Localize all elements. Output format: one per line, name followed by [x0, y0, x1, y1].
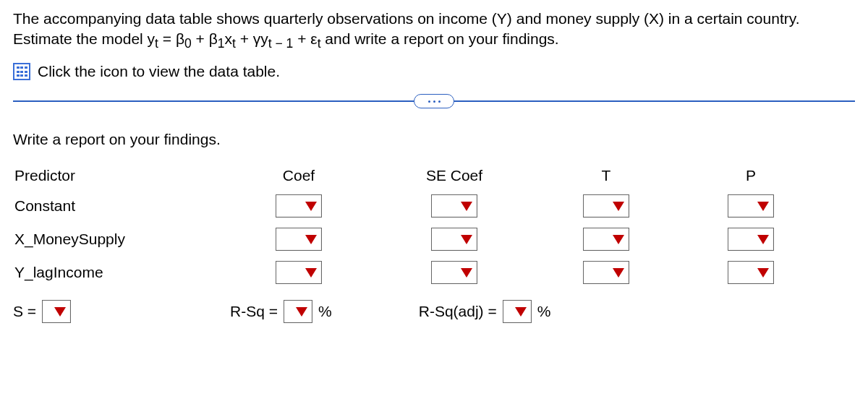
- data-table-link-text[interactable]: Click the icon to view the data table.: [38, 63, 280, 80]
- table-row: Constant: [13, 194, 855, 218]
- table-icon[interactable]: [13, 63, 30, 80]
- constant-secoef-dropdown[interactable]: [431, 194, 477, 218]
- lag-t-dropdown[interactable]: [583, 261, 629, 284]
- chevron-down-icon: [296, 307, 307, 317]
- problem-line2-pre: Estimate the model: [13, 30, 148, 47]
- problem-line2-post: and write a report on your findings.: [321, 30, 559, 47]
- constant-p-dropdown[interactable]: [728, 194, 774, 218]
- chevron-down-icon: [613, 202, 624, 211]
- chevron-down-icon: [757, 268, 769, 278]
- rsq-dropdown[interactable]: [284, 300, 312, 323]
- regression-table: Predictor Coef SE Coef T P Constant X_Mo…: [13, 167, 855, 284]
- table-header-row: Predictor Coef SE Coef T P: [13, 167, 855, 184]
- rsqadj-dropdown[interactable]: [503, 300, 532, 323]
- data-table-link-row: Click the icon to view the data table.: [13, 63, 855, 80]
- header-t: T: [534, 167, 678, 184]
- s-label: S =: [13, 303, 36, 320]
- rsqadj-label: R-Sq(adj) =: [419, 303, 497, 320]
- section-prompt: Write a report on your findings.: [13, 131, 855, 148]
- percent-label: %: [537, 303, 551, 320]
- problem-line1: The accompanying data table shows quarte…: [13, 10, 800, 27]
- header-secoef: SE Coef: [375, 167, 534, 184]
- constant-t-dropdown[interactable]: [583, 194, 629, 218]
- rsqadj-group: R-Sq(adj) = %: [419, 300, 551, 323]
- rsq-label: R-Sq =: [230, 303, 278, 320]
- rsq-group: R-Sq = %: [230, 300, 332, 323]
- header-p: P: [678, 167, 823, 184]
- chevron-down-icon: [461, 235, 472, 244]
- chevron-down-icon: [305, 202, 317, 211]
- money-t-dropdown[interactable]: [583, 228, 629, 251]
- lag-secoef-dropdown[interactable]: [431, 261, 477, 284]
- chevron-down-icon: [54, 307, 66, 317]
- chevron-down-icon: [461, 268, 472, 278]
- header-predictor: Predictor: [13, 167, 223, 184]
- constant-coef-dropdown[interactable]: [276, 194, 322, 218]
- money-secoef-dropdown[interactable]: [431, 228, 477, 251]
- lag-coef-dropdown[interactable]: [276, 261, 322, 284]
- chevron-down-icon: [613, 268, 624, 278]
- money-coef-dropdown[interactable]: [276, 228, 322, 251]
- header-coef: Coef: [223, 167, 375, 184]
- s-dropdown[interactable]: [42, 300, 71, 323]
- chevron-down-icon: [757, 202, 769, 211]
- section-divider: [13, 100, 855, 102]
- problem-statement: The accompanying data table shows quarte…: [13, 9, 855, 53]
- table-row: Y_lagIncome: [13, 261, 855, 284]
- chevron-down-icon: [515, 307, 527, 317]
- lag-p-dropdown[interactable]: [728, 261, 774, 284]
- chevron-down-icon: [461, 202, 472, 211]
- chevron-down-icon: [305, 235, 317, 244]
- chevron-down-icon: [305, 268, 317, 278]
- chevron-down-icon: [757, 235, 769, 244]
- row-label-lag: Y_lagIncome: [13, 264, 223, 281]
- summary-stats-row: S = R-Sq = % R-Sq(adj) = %: [13, 300, 855, 323]
- expand-pill[interactable]: [414, 94, 454, 108]
- s-group: S =: [13, 300, 71, 323]
- row-label-constant: Constant: [13, 197, 223, 215]
- percent-label: %: [318, 303, 332, 320]
- row-label-money: X_MoneySupply: [13, 231, 223, 248]
- table-row: X_MoneySupply: [13, 228, 855, 251]
- model-equation: yt = β0 + β1xt + γyt − 1 + εt: [148, 30, 321, 47]
- chevron-down-icon: [613, 235, 624, 244]
- money-p-dropdown[interactable]: [728, 228, 774, 251]
